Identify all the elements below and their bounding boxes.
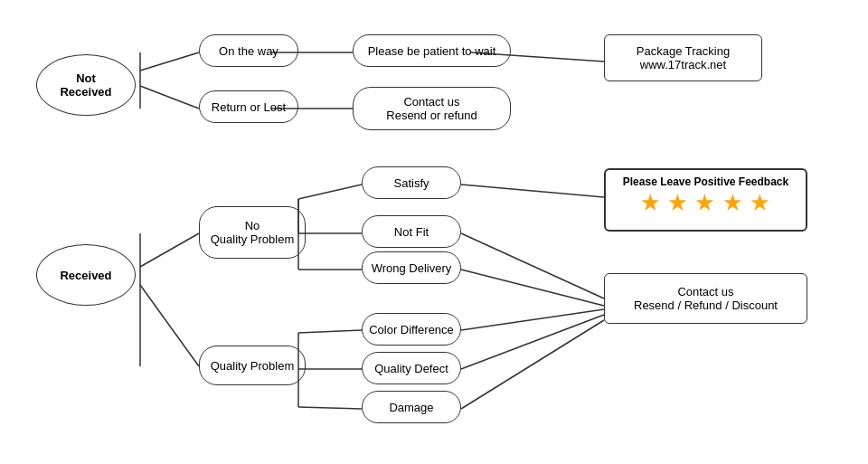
- no-quality-problem-label: No Quality Problem: [211, 219, 294, 246]
- contact-resend-refund-node: Contact us Resend or refund: [353, 87, 511, 130]
- svg-line-6: [140, 233, 199, 267]
- no-quality-problem-node: No Quality Problem: [199, 206, 306, 259]
- svg-line-21: [461, 315, 604, 369]
- package-tracking-node: Package Tracking www.17track.net: [604, 34, 762, 81]
- on-the-way-node: On the way: [199, 34, 298, 67]
- feedback-label: Please Leave Positive Feedback: [615, 175, 797, 188]
- on-the-way-label: On the way: [219, 44, 278, 58]
- package-tracking-label: Package Tracking www.17track.net: [637, 44, 730, 71]
- feedback-node: Please Leave Positive Feedback ★ ★ ★ ★ ★: [604, 168, 807, 232]
- patient-wait-node: Please be patient to wait: [353, 34, 511, 67]
- not-received-node: Not Received: [36, 54, 136, 116]
- satisfy-label: Satisfy: [393, 176, 429, 190]
- return-lost-label: Return or Lost: [212, 100, 286, 114]
- patient-wait-label: Please be patient to wait: [368, 44, 496, 58]
- color-difference-label: Color Difference: [369, 323, 454, 336]
- not-received-label: Not Received: [60, 71, 111, 99]
- not-fit-label: Not Fit: [394, 225, 429, 239]
- contact-resend-refund-label: Contact us Resend or refund: [386, 95, 476, 122]
- damage-label: Damage: [389, 401, 433, 414]
- contact-resend-refund-discount-label: Contact us Resend / Refund / Discount: [634, 285, 778, 312]
- quality-problem-label: Quality Problem: [211, 359, 294, 373]
- svg-line-7: [140, 285, 199, 366]
- feedback-stars: ★ ★ ★ ★ ★: [615, 192, 797, 215]
- svg-line-14: [461, 233, 604, 298]
- contact-resend-refund-discount-node: Contact us Resend / Refund / Discount: [604, 273, 807, 324]
- svg-line-10: [298, 185, 362, 199]
- satisfy-node: Satisfy: [362, 166, 461, 199]
- not-fit-node: Not Fit: [362, 215, 461, 248]
- received-node: Received: [36, 244, 136, 306]
- quality-problem-node: Quality Problem: [199, 346, 306, 385]
- svg-line-0: [140, 52, 199, 71]
- received-label: Received: [60, 269, 111, 282]
- quality-defect-label: Quality Defect: [374, 362, 448, 375]
- svg-line-13: [461, 185, 604, 197]
- color-difference-node: Color Difference: [362, 313, 461, 346]
- svg-line-1: [140, 86, 199, 109]
- svg-line-19: [298, 407, 362, 409]
- svg-line-17: [298, 330, 362, 333]
- svg-line-15: [461, 270, 604, 306]
- svg-line-20: [461, 309, 604, 330]
- svg-line-22: [461, 320, 604, 409]
- damage-node: Damage: [362, 391, 461, 423]
- quality-defect-node: Quality Defect: [362, 352, 461, 384]
- wrong-delivery-node: Wrong Delivery: [362, 251, 461, 284]
- return-lost-node: Return or Lost: [199, 90, 298, 123]
- wrong-delivery-label: Wrong Delivery: [372, 261, 452, 275]
